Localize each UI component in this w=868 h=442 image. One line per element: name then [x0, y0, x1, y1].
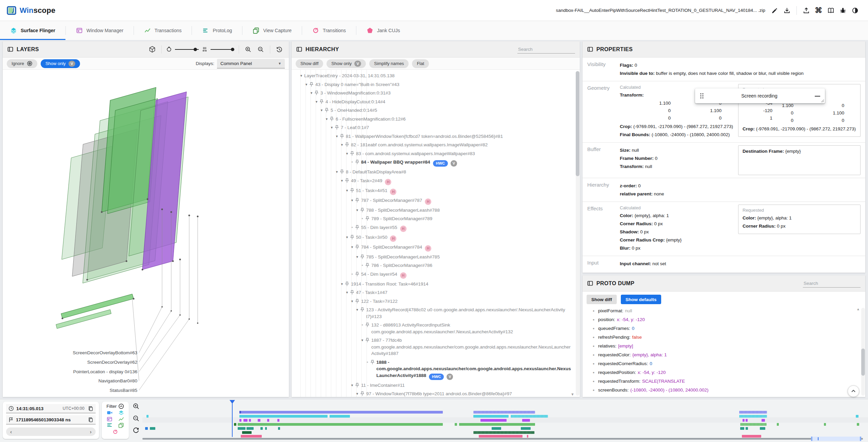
expand-arrow-icon[interactable]: ▾	[314, 99, 319, 105]
tree-node[interactable]: ▾4 - HideDisplayCutout:0:14#4	[292, 98, 580, 106]
expand-arrow-icon[interactable]: ▾	[344, 289, 350, 296]
pin-icon[interactable]	[360, 254, 366, 259]
proto-dump-row[interactable]: ●pixelFormat:null	[583, 307, 865, 315]
tree-node[interactable]: ▾11 - ImeContainer#11	[292, 381, 580, 390]
tab-view-capture[interactable]: View Capture	[242, 21, 302, 40]
pin-icon[interactable]	[365, 322, 371, 328]
reset-view-icon[interactable]	[275, 45, 284, 54]
layer-label[interactable]: ScreenDecorOverlayBottom#63	[73, 350, 137, 355]
tree-node[interactable]: ▾787 - SplitDecorManager#787H	[292, 196, 580, 206]
timeline-reset-zoom-icon[interactable]	[133, 427, 139, 434]
pin-icon[interactable]	[345, 281, 351, 287]
show-diff-button[interactable]: Show diff	[296, 59, 323, 68]
proto-dump-scrollbar[interactable]	[861, 308, 865, 396]
layer-label[interactable]: StatusBar#85	[110, 388, 137, 393]
tree-node[interactable]: ▾82 - 181eabf com.android.systemui.wallp…	[292, 141, 580, 149]
tree-node[interactable]: •789 - SplitDecorManager#789	[292, 214, 580, 223]
expand-arrow-icon[interactable]: ▾	[319, 107, 324, 114]
drag-handle-icon[interactable]	[695, 93, 709, 99]
proto-dump-row[interactable]: ●requestedCornerRadius:0	[583, 359, 865, 368]
tree-node[interactable]: ▾785 - SplitDecorManagerLeash#785	[292, 253, 580, 261]
tree-node[interactable]: ▾83 - com.android.systemui.wallpapers.Im…	[292, 149, 580, 158]
upload-icon[interactable]	[800, 4, 812, 17]
expand-arrow-icon[interactable]: ▾	[349, 382, 355, 389]
timeline-zoom-range[interactable]	[811, 437, 861, 441]
timeline-tracks[interactable]	[142, 399, 868, 442]
pin-icon[interactable]	[355, 298, 361, 304]
tab-protolog[interactable]: ProtoLog	[192, 21, 242, 40]
tree-node[interactable]: ▾50 - Task=3#50H	[292, 233, 580, 243]
tree-node[interactable]: ▾123 - ActivityRecord{4788c02 u0 com.goo…	[292, 306, 580, 321]
tree-node[interactable]: ▾7 - Leaf:0:1#7	[292, 123, 580, 132]
pin-icon[interactable]	[365, 215, 371, 221]
expand-arrow-icon[interactable]: ▾	[344, 187, 350, 194]
pin-icon[interactable]	[324, 107, 331, 113]
pin-icon[interactable]	[350, 187, 356, 193]
expand-arrow-icon[interactable]: ▾	[303, 81, 309, 88]
proto-dump-search-input[interactable]	[803, 279, 861, 288]
proto-dump-row[interactable]: ●refreshPending:false	[583, 333, 865, 342]
surface-flinger-icon[interactable]	[118, 410, 124, 416]
tree-node[interactable]: ▾122 - Task=7#122	[292, 297, 580, 306]
tree-node[interactable]: ▾8 - DefaultTaskDisplayArea#8	[292, 168, 580, 176]
expand-arrow-icon[interactable]: ▾	[354, 307, 360, 313]
tree-node[interactable]: ▾43 - Display 0 name="Built-in Screen"#4…	[292, 80, 580, 89]
tree-node[interactable]: ▾5 - OneHanded:0:14#5	[292, 106, 580, 115]
copy-icon[interactable]	[88, 406, 93, 411]
pin-icon[interactable]	[360, 307, 366, 312]
expand-arrow-icon[interactable]: ▾	[334, 133, 340, 140]
pin-icon[interactable]	[345, 142, 351, 147]
scroll-to-top-button[interactable]	[848, 385, 859, 397]
transactions-icon[interactable]	[118, 417, 124, 422]
show-only-button[interactable]: Show only V	[327, 59, 366, 68]
zoom-out-icon[interactable]	[256, 45, 265, 54]
show-diff-button[interactable]: Show diff	[587, 295, 617, 304]
tree-node[interactable]: ▾LayerTraceEntry - 2024-03-31, 14:31:05.…	[292, 71, 580, 80]
expand-arrow-icon[interactable]: ▾	[344, 234, 350, 241]
pin-icon[interactable]	[350, 234, 356, 240]
pin-icon[interactable]	[360, 207, 366, 213]
pin-icon[interactable]	[314, 90, 320, 96]
expand-arrow-icon[interactable]: ▾	[354, 254, 360, 260]
pin-icon[interactable]	[309, 81, 315, 87]
tree-node[interactable]: ▾97 - WindowToken{7f78b6b type=2011 andr…	[292, 390, 580, 397]
tree-node[interactable]: •84 - Wallpaper BBQ wrapper#84HWCV	[292, 158, 580, 168]
download-icon[interactable]	[781, 4, 793, 17]
3d-cube-icon[interactable]	[147, 45, 157, 54]
displays-select[interactable]: Common Panel ▼	[217, 59, 285, 68]
flat-button[interactable]: Flat	[412, 59, 429, 68]
proto-dump-row[interactable]: ●requestedPosition:x: -54, y: -120	[583, 368, 865, 377]
expand-arrow-icon[interactable]: ▾	[354, 391, 360, 397]
transitions-icon[interactable]	[113, 429, 118, 435]
time-field[interactable]: 14:31:05.013 UTC+00:00	[6, 404, 96, 413]
hierarchy-search-input[interactable]	[517, 45, 575, 54]
tree-node[interactable]: ▾49 - Task=2#49H	[292, 176, 580, 186]
ignore-button[interactable]: Ignore	[7, 59, 37, 68]
tree-node[interactable]: ▾51 - Task=4#51H	[292, 186, 580, 196]
pin-icon[interactable]	[355, 271, 361, 277]
next-frame-button[interactable]: ›	[90, 429, 92, 435]
tab-window-manager[interactable]: Window Manager	[66, 21, 134, 40]
minimize-button[interactable]	[810, 95, 825, 97]
layer-label[interactable]: NavigationBar0#80	[98, 378, 137, 383]
edit-icon[interactable]	[769, 4, 781, 17]
proto-dump-row[interactable]: ●position:x: -54, y: -120	[583, 315, 865, 324]
pin-icon[interactable]	[355, 197, 361, 203]
expand-arrow-icon[interactable]: ▾	[329, 124, 335, 131]
hierarchy-scrollbar[interactable]	[576, 71, 579, 396]
bug-report-icon[interactable]	[837, 4, 849, 17]
prev-frame-button[interactable]: ‹	[10, 429, 12, 435]
tree-node[interactable]: ▾784 - SplitDecorManager#784H	[292, 243, 580, 253]
expand-arrow-icon[interactable]: ▾	[334, 169, 340, 175]
pin-icon[interactable]	[330, 116, 336, 122]
layers-3d-canvas[interactable]: ScreenDecorOverlayBottom#63 ScreenDecorO…	[3, 70, 289, 397]
proto-dump-row[interactable]: ●requestedTransform:SCALE|TRANSLATE	[583, 377, 865, 386]
pin-icon[interactable]	[370, 359, 376, 365]
tab-jank-cujs[interactable]: Jank CUJs	[356, 21, 410, 40]
expand-arrow-icon[interactable]: ▾	[354, 207, 360, 214]
expand-arrow-icon[interactable]: ▾	[339, 142, 345, 148]
copy-icon[interactable]	[88, 417, 93, 422]
tree-node[interactable]: ▾6 - FullscreenMagnification:0:12#6	[292, 115, 580, 124]
dark-mode-icon[interactable]	[849, 4, 861, 17]
pin-icon[interactable]	[340, 133, 346, 139]
